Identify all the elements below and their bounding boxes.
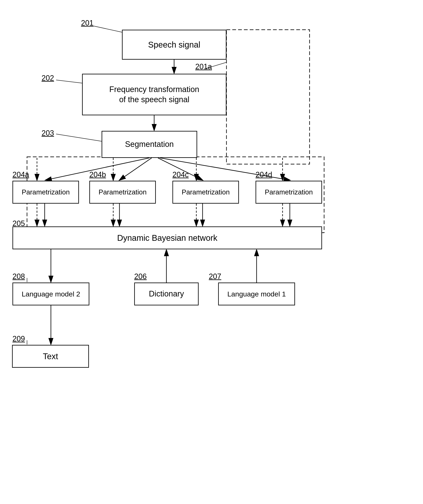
label-202: 202 bbox=[42, 74, 54, 83]
dbn-label: Dynamic Bayesian network bbox=[117, 233, 217, 243]
diagram-container: Speech signal Frequency transformation o… bbox=[0, 0, 423, 504]
dictionary-label: Dictionary bbox=[149, 289, 184, 299]
label-204b: 204b bbox=[89, 170, 106, 179]
dictionary-box: Dictionary bbox=[134, 282, 199, 305]
param-a-label: Parametrization bbox=[22, 188, 70, 197]
freq-transform-label: Frequency transformation of the speech s… bbox=[109, 84, 199, 105]
svg-line-5 bbox=[120, 158, 152, 180]
label-204d: 204d bbox=[255, 170, 272, 179]
svg-line-26 bbox=[93, 26, 122, 32]
lang-model1-label: Language model 1 bbox=[227, 289, 286, 299]
label-206: 206 bbox=[134, 272, 147, 281]
lang-model1-box: Language model 1 bbox=[218, 282, 295, 305]
speech-signal-box: Speech signal bbox=[122, 30, 226, 60]
param-b-label: Parametrization bbox=[98, 188, 146, 197]
label-201: 201 bbox=[81, 19, 93, 27]
text-box: Text bbox=[12, 345, 89, 368]
segmentation-box: Segmentation bbox=[102, 131, 197, 158]
text-label: Text bbox=[43, 351, 58, 362]
param-b-box: Parametrization bbox=[89, 181, 156, 204]
label-203: 203 bbox=[42, 129, 54, 138]
param-a-box: Parametrization bbox=[12, 181, 79, 204]
label-204a: 204a bbox=[12, 170, 29, 179]
dbn-box: Dynamic Bayesian network bbox=[12, 227, 322, 249]
label-204c: 204c bbox=[172, 170, 189, 179]
param-d-box: Parametrization bbox=[255, 181, 322, 204]
svg-line-29 bbox=[56, 134, 102, 141]
param-c-box: Parametrization bbox=[172, 181, 239, 204]
svg-rect-16 bbox=[226, 30, 309, 164]
label-201a: 201a bbox=[195, 62, 212, 71]
svg-line-27 bbox=[56, 80, 82, 83]
freq-transform-box: Frequency transformation of the speech s… bbox=[82, 74, 226, 115]
speech-signal-label: Speech signal bbox=[148, 39, 200, 50]
param-d-label: Parametrization bbox=[265, 188, 313, 197]
label-208: 208 bbox=[12, 272, 25, 281]
lang-model2-box: Language model 2 bbox=[12, 282, 89, 305]
lang-model2-label: Language model 2 bbox=[22, 289, 80, 299]
param-c-label: Parametrization bbox=[181, 188, 230, 197]
segmentation-label: Segmentation bbox=[125, 139, 174, 149]
label-205: 205 bbox=[12, 219, 25, 228]
label-209: 209 bbox=[12, 335, 25, 343]
label-207: 207 bbox=[209, 272, 221, 281]
